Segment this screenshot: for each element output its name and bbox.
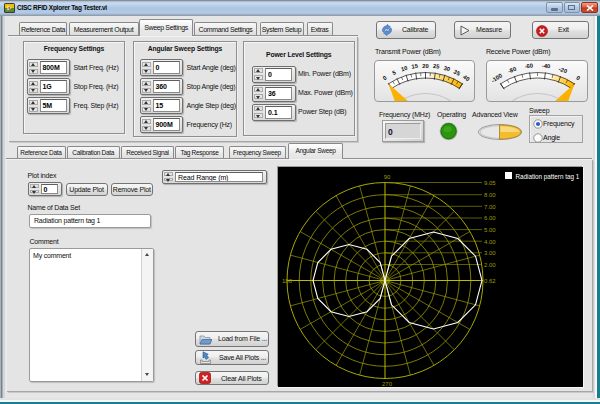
svg-text:6.00: 6.00 [484, 215, 496, 221]
svg-text:25: 25 [433, 62, 441, 69]
svg-text:5.00: 5.00 [484, 227, 496, 233]
svg-text:20: 20 [422, 62, 428, 68]
svg-text:0: 0 [382, 74, 388, 81]
svg-text:35: 35 [453, 68, 462, 77]
svg-text:0: 0 [575, 74, 581, 81]
svg-text:9.05: 9.05 [484, 180, 496, 186]
svg-text:4.00: 4.00 [484, 239, 496, 245]
svg-text:-20: -20 [558, 65, 568, 74]
svg-text:180: 180 [282, 278, 293, 284]
svg-text:3.00: 3.00 [484, 250, 496, 256]
svg-text:7.00: 7.00 [484, 204, 496, 210]
svg-text:5: 5 [391, 68, 397, 75]
svg-text:30: 30 [443, 64, 451, 72]
svg-text:8.00: 8.00 [484, 192, 496, 198]
svg-text:-80: -80 [507, 65, 517, 74]
svg-text:15: 15 [411, 62, 419, 69]
svg-text:Radiation pattern tag 1: Radiation pattern tag 1 [516, 173, 580, 181]
svg-text:-60: -60 [524, 62, 533, 69]
svg-text:90: 90 [384, 174, 391, 180]
svg-text:-40: -40 [542, 62, 551, 69]
svg-text:270: 270 [382, 381, 393, 387]
svg-text:2.00: 2.00 [484, 262, 496, 268]
svg-text:40: 40 [462, 73, 471, 82]
svg-text:0.62: 0.62 [484, 278, 496, 284]
svg-text:10: 10 [400, 64, 408, 72]
svg-text:-100: -100 [490, 72, 503, 83]
